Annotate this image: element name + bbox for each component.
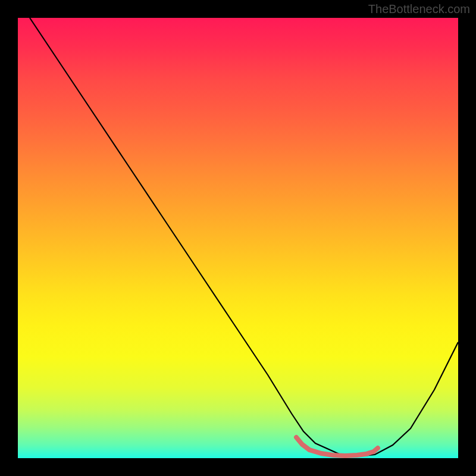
attribution-label: TheBottleneck.com: [368, 2, 470, 16]
plot-area: [18, 18, 458, 458]
optimal-range-marker: [296, 437, 378, 456]
chart-svg: [18, 18, 458, 458]
chart-container: TheBottleneck.com: [0, 0, 476, 476]
bottleneck-curve: [30, 18, 458, 456]
